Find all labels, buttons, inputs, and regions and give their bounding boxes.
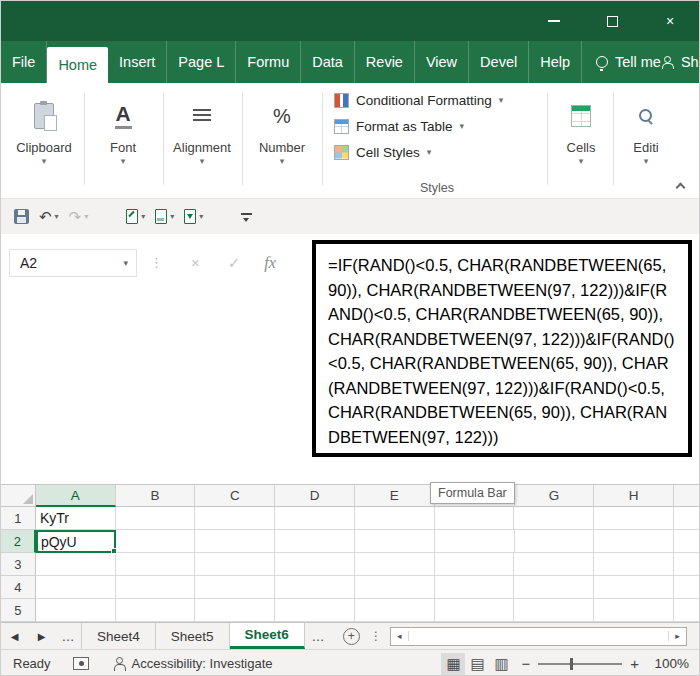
cell-D4[interactable]	[275, 576, 355, 599]
cell-B4[interactable]	[116, 576, 196, 599]
cell-A4[interactable]	[36, 576, 116, 599]
zoom-in-button[interactable]: +	[630, 655, 639, 672]
column-header-G[interactable]: G	[515, 485, 595, 507]
column-header-C[interactable]: C	[195, 485, 275, 507]
horizontal-scrollbar[interactable]: ◂ ▸	[390, 627, 687, 646]
sheet-tab-sheet6[interactable]: Sheet6	[230, 623, 305, 649]
name-box[interactable]: A2 ▾	[9, 249, 137, 277]
close-button[interactable]: ×	[641, 1, 699, 41]
row-header-3[interactable]: 3	[1, 553, 36, 576]
chevron-down-icon[interactable]: ▾	[199, 212, 203, 221]
cell-C2[interactable]	[195, 530, 275, 553]
ribbon-group-font[interactable]: A Font ▾	[84, 89, 162, 193]
column-header-A[interactable]: A	[36, 485, 116, 507]
ribbon-group-alignment[interactable]: Alignment ▾	[163, 89, 241, 193]
cell-D5[interactable]	[275, 599, 355, 622]
cell-C3[interactable]	[195, 553, 275, 576]
chevron-down-icon[interactable]: ▾	[55, 212, 59, 221]
cell-B3[interactable]	[116, 553, 196, 576]
new-sheet-button[interactable]: +	[343, 628, 360, 645]
ribbon-tab-help[interactable]: Help	[529, 41, 582, 83]
cell-C5[interactable]	[195, 599, 275, 622]
chevron-down-icon[interactable]: ▾	[141, 212, 145, 221]
ribbon-group-cells[interactable]: Cells ▾	[548, 89, 614, 193]
format-as-table-button[interactable]: Format as Table ▾	[328, 113, 546, 139]
cell-E5[interactable]	[355, 599, 435, 622]
ribbon-group-number[interactable]: % Number ▾	[242, 89, 322, 193]
formula-text[interactable]: =IF(RAND()<0.5, CHAR(RANDBETWEEN(65, 90)…	[328, 253, 676, 449]
row-header-2[interactable]: 2	[1, 530, 36, 553]
cell-E3[interactable]	[355, 553, 435, 576]
tell-me-button[interactable]: Tell me	[596, 41, 661, 83]
zoom-out-button[interactable]: −	[521, 655, 530, 672]
ribbon-tab-home[interactable]: Home	[47, 47, 108, 83]
view-page-break-icon[interactable]: ▥	[489, 653, 513, 675]
chevron-down-icon[interactable]: ▾	[579, 156, 584, 166]
cell-H2[interactable]	[594, 530, 674, 553]
cell-D2[interactable]	[275, 530, 355, 553]
cell-E2[interactable]	[355, 530, 435, 553]
fill-handle[interactable]	[111, 548, 117, 554]
undo-button[interactable]: ↶ ▾	[34, 204, 64, 230]
cell-G1[interactable]	[514, 507, 594, 530]
enter-check-icon[interactable]: ✓	[228, 254, 241, 272]
cell-F5[interactable]	[435, 599, 515, 622]
chevron-down-icon[interactable]: ▾	[170, 212, 174, 221]
cell-G3[interactable]	[514, 553, 594, 576]
cell-B5[interactable]	[116, 599, 196, 622]
cell-H1[interactable]	[594, 507, 674, 530]
cell-C1[interactable]	[195, 507, 275, 530]
select-all-corner[interactable]	[1, 485, 36, 507]
cell-E1[interactable]	[355, 507, 435, 530]
column-header-E[interactable]: E	[355, 485, 435, 507]
cell-B1[interactable]	[116, 507, 196, 530]
formula-bar-expanded[interactable]: =IF(RAND()<0.5, CHAR(RANDBETWEEN(65, 90)…	[312, 240, 692, 457]
column-header-H[interactable]: H	[594, 485, 674, 507]
cell-A3[interactable]	[36, 553, 116, 576]
minimize-button[interactable]	[525, 1, 583, 41]
qat-custom-button-1[interactable]: ▾	[121, 204, 150, 230]
chevron-down-icon[interactable]: ▾	[280, 156, 285, 166]
cell-A1[interactable]: KyTr	[36, 507, 116, 530]
column-header-B[interactable]: B	[116, 485, 196, 507]
row-header-4[interactable]: 4	[1, 576, 36, 599]
sheet-nav-right-icon[interactable]: ▶	[28, 623, 55, 649]
scrollbar-track[interactable]	[409, 628, 668, 645]
zoom-level[interactable]: 100%	[647, 656, 689, 671]
ribbon-group-editing[interactable]: Editi ▾	[614, 89, 678, 193]
cell-G5[interactable]	[514, 599, 594, 622]
column-header-D[interactable]: D	[275, 485, 355, 507]
save-button[interactable]	[9, 204, 34, 230]
sheet-options-icon[interactable]: ⋮	[370, 629, 382, 643]
ribbon-tab-page-layout[interactable]: Page L	[167, 41, 236, 83]
cell-H5[interactable]	[594, 599, 674, 622]
chevron-down-icon[interactable]: ▾	[200, 156, 205, 166]
ribbon-tab-review[interactable]: Revie	[355, 41, 415, 83]
cell-F4[interactable]	[435, 576, 515, 599]
accessibility-status[interactable]: Accessibility: Investigate	[113, 656, 273, 671]
view-page-layout-icon[interactable]: ▤	[465, 653, 489, 675]
cell-H4[interactable]	[594, 576, 674, 599]
chevron-down-icon[interactable]: ▾	[121, 156, 126, 166]
cell-D1[interactable]	[275, 507, 355, 530]
customize-qat-button[interactable]	[236, 204, 257, 230]
cell-G4[interactable]	[514, 576, 594, 599]
cell-styles-button[interactable]: Cell Styles ▾	[328, 139, 546, 165]
insert-function-icon[interactable]: fx	[264, 254, 276, 272]
sheet-tab-sheet5[interactable]: Sheet5	[156, 623, 230, 649]
sheet-overflow-right[interactable]: …	[305, 623, 331, 649]
share-button[interactable]: Share	[661, 41, 700, 83]
sheet-tab-sheet4[interactable]: Sheet4	[81, 623, 156, 649]
qat-custom-button-2[interactable]: ▾	[150, 204, 179, 230]
ribbon-tab-view[interactable]: View	[415, 41, 469, 83]
cell-H3[interactable]	[594, 553, 674, 576]
cell-A5[interactable]	[36, 599, 116, 622]
scroll-right-icon[interactable]: ▸	[668, 631, 686, 641]
redo-button[interactable]: ↷ ▾	[64, 204, 94, 230]
row-header-5[interactable]: 5	[1, 599, 36, 622]
zoom-slider[interactable]	[538, 663, 622, 665]
cell-F3[interactable]	[435, 553, 515, 576]
cell-F2[interactable]	[435, 530, 515, 553]
macro-record-icon[interactable]	[73, 657, 89, 670]
cancel-icon[interactable]: ×	[191, 254, 200, 271]
